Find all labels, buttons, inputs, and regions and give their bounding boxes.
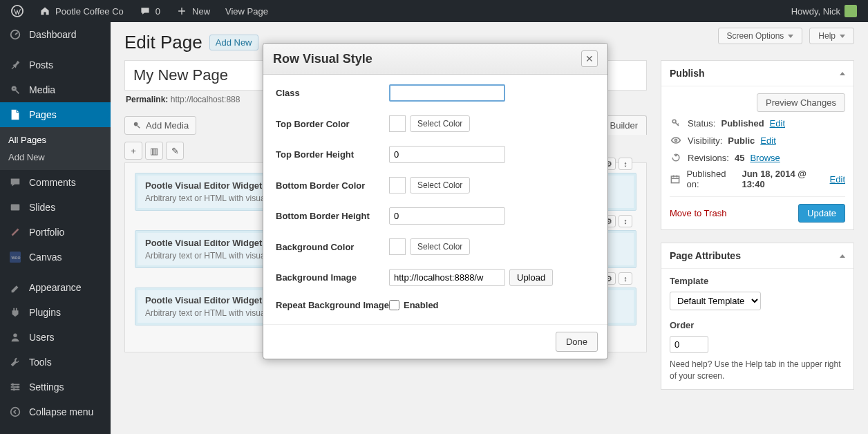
submenu-add-new[interactable]: Add New <box>0 149 111 166</box>
wp-logo[interactable] <box>6 0 29 22</box>
menu-label: Media <box>29 84 55 95</box>
select-color-button[interactable]: Select Color <box>410 238 470 255</box>
site-name-label: Pootle Coffee Co <box>55 6 124 17</box>
menu-settings[interactable]: Settings <box>0 375 111 399</box>
dashboard-icon <box>8 28 22 41</box>
comments-count: 0 <box>155 6 160 17</box>
menu-users[interactable]: Users <box>0 325 111 350</box>
users-icon <box>8 330 22 344</box>
svg-point-17 <box>674 139 677 141</box>
menu-plugins[interactable]: Plugins <box>0 300 111 325</box>
plugin-icon <box>8 305 22 319</box>
add-row-button[interactable]: ▥ <box>145 142 163 160</box>
move-trash-link[interactable]: Move to Trash <box>670 208 726 218</box>
comment-icon <box>8 176 22 189</box>
comment-icon <box>139 5 151 17</box>
add-widget-button[interactable]: + <box>124 142 142 160</box>
toggle-icon[interactable] <box>840 254 845 258</box>
template-select[interactable]: Default Template <box>670 292 761 310</box>
prebuilt-button[interactable]: ✎ <box>166 142 184 160</box>
menu-dashboard[interactable]: Dashboard <box>0 22 111 47</box>
menu-label: Tools <box>29 357 52 368</box>
svg-point-14 <box>11 408 20 417</box>
row-move-icon[interactable]: ↕ <box>619 272 632 285</box>
svg-point-11 <box>12 384 15 386</box>
select-color-button[interactable]: Select Color <box>410 177 470 194</box>
menu-tools[interactable]: Tools <box>0 350 111 375</box>
menu-collapse[interactable]: Collapse menu <box>0 399 111 424</box>
upload-button[interactable]: Upload <box>509 269 553 286</box>
row-move-icon[interactable]: ↕ <box>619 215 632 227</box>
svg-point-15 <box>134 122 138 126</box>
background-image-input[interactable] <box>389 269 505 286</box>
help-toggle[interactable]: Help <box>809 28 854 44</box>
portfolio-icon <box>8 225 22 239</box>
new-label: New <box>192 6 210 17</box>
select-color-button[interactable]: Select Color <box>410 115 470 132</box>
wordpress-icon <box>11 5 23 17</box>
menu-slides[interactable]: Slides <box>0 195 111 220</box>
menu-media[interactable]: Media <box>0 77 111 102</box>
edit-visibility-link[interactable]: Edit <box>760 135 775 146</box>
edit-date-link[interactable]: Edit <box>830 174 845 185</box>
top-border-height-input[interactable] <box>389 146 505 163</box>
background-color-swatch[interactable] <box>389 238 406 255</box>
field-label-background-image: Background Image <box>276 272 389 283</box>
view-page-link[interactable]: View Page <box>220 0 274 22</box>
visibility-icon <box>670 134 682 147</box>
comments-link[interactable]: 0 <box>133 0 166 22</box>
browse-revisions-link[interactable]: Browse <box>750 153 780 163</box>
visibility-value: Public <box>728 135 755 146</box>
top-border-color-swatch[interactable] <box>389 115 406 132</box>
menu-posts[interactable]: Posts <box>0 53 111 77</box>
menu-comments[interactable]: Comments <box>0 170 111 195</box>
template-label: Template <box>670 276 708 286</box>
screen-options-toggle[interactable]: Screen Options <box>718 28 803 44</box>
menu-label: Pages <box>29 109 57 120</box>
submenu-pages: All Pages Add New <box>0 127 111 170</box>
toggle-icon[interactable] <box>840 72 845 75</box>
menu-canvas[interactable]: woo Canvas <box>0 245 111 270</box>
done-button[interactable]: Done <box>556 332 598 352</box>
svg-point-3 <box>13 88 15 89</box>
menu-label: Slides <box>29 202 55 213</box>
enabled-label: Enabled <box>404 300 439 310</box>
preview-changes-button[interactable]: Preview Changes <box>757 93 845 112</box>
menu-portfolio[interactable]: Portfolio <box>0 220 111 245</box>
revisions-value: 45 <box>735 153 744 163</box>
field-label-background-color: Background Color <box>276 242 389 252</box>
field-label-top-border-height: Top Border Height <box>276 149 389 160</box>
visibility-label: Visibility: <box>688 135 722 146</box>
pin-icon <box>8 58 22 72</box>
permalink-label: Permalink: <box>126 95 168 104</box>
permalink-value: http://localhost:888 <box>171 95 240 104</box>
update-button[interactable]: Update <box>798 204 845 223</box>
settings-icon <box>8 380 22 394</box>
add-media-button[interactable]: Add Media <box>124 116 196 135</box>
modal-close-button[interactable]: ✕ <box>581 50 598 67</box>
admin-menu: Dashboard Posts Media Pages All Pages Ad… <box>0 22 111 434</box>
site-name-link[interactable]: Pootle Coffee Co <box>33 0 129 22</box>
class-input[interactable] <box>389 84 505 102</box>
menu-label: Dashboard <box>29 29 77 40</box>
svg-point-13 <box>12 388 15 391</box>
order-input[interactable] <box>670 336 708 353</box>
screen-options-label: Screen Options <box>727 31 784 41</box>
submenu-all-pages[interactable]: All Pages <box>0 131 111 149</box>
new-content-link[interactable]: New <box>170 0 216 22</box>
row-move-icon[interactable]: ↕ <box>619 158 632 170</box>
menu-appearance[interactable]: Appearance <box>0 275 111 300</box>
chevron-down-icon <box>788 35 793 38</box>
menu-label: Collapse menu <box>29 406 93 417</box>
edit-status-link[interactable]: Edit <box>770 118 785 129</box>
calendar-icon <box>670 173 681 185</box>
media-icon <box>132 120 142 130</box>
add-new-button[interactable]: Add New <box>209 35 258 50</box>
admin-toolbar: Pootle Coffee Co 0 New View Page Howdy, … <box>0 0 868 22</box>
menu-pages[interactable]: Pages <box>0 102 111 127</box>
media-icon <box>8 83 22 97</box>
bottom-border-height-input[interactable] <box>389 207 505 225</box>
bottom-border-color-swatch[interactable] <box>389 177 406 194</box>
repeat-bg-checkbox[interactable] <box>389 300 399 310</box>
my-account-link[interactable]: Howdy, Nick <box>786 0 862 22</box>
